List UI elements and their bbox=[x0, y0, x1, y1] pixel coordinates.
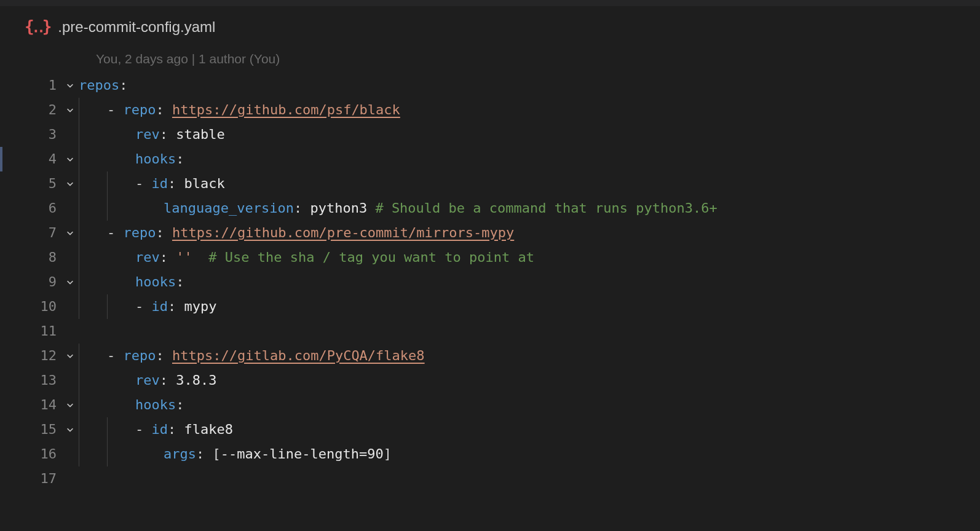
fold-toggle[interactable] bbox=[61, 106, 79, 114]
fold-toggle[interactable] bbox=[61, 229, 79, 237]
code-line[interactable]: 1repos: bbox=[0, 73, 980, 98]
code-line[interactable]: 15- id: flake8 bbox=[0, 417, 980, 442]
code-line[interactable]: 10- id: mypy bbox=[0, 294, 980, 319]
token-colon: : bbox=[176, 147, 184, 171]
url-link[interactable]: https://github.com/pre-commit/mirrors-my… bbox=[172, 221, 514, 245]
token-colon: : bbox=[196, 442, 213, 466]
line-number: 12 bbox=[0, 344, 61, 368]
code-content[interactable]: - repo: https://gitlab.com/PyCQA/flake8 bbox=[107, 344, 425, 368]
line-number: 15 bbox=[0, 417, 61, 442]
line-number: 4 bbox=[0, 147, 61, 171]
indent-guides bbox=[79, 171, 135, 196]
fold-toggle[interactable] bbox=[61, 278, 79, 286]
indent-guides bbox=[79, 442, 164, 466]
code-content[interactable]: repos: bbox=[79, 73, 127, 98]
code-content[interactable]: - repo: https://github.com/psf/black bbox=[107, 98, 400, 122]
code-line[interactable]: 8rev: '' # Use the sha / tag you want to… bbox=[0, 245, 980, 270]
token-dash: - bbox=[107, 344, 124, 368]
line-number: 8 bbox=[0, 245, 61, 270]
token-key: id bbox=[152, 294, 168, 319]
fold-toggle[interactable] bbox=[61, 179, 79, 188]
token-key: hooks bbox=[135, 147, 176, 171]
code-line[interactable]: 2- repo: https://github.com/psf/black bbox=[0, 98, 980, 122]
code-line[interactable]: 12- repo: https://gitlab.com/PyCQA/flake… bbox=[0, 344, 980, 368]
code-line[interactable]: 14hooks: bbox=[0, 393, 980, 417]
token-num: 3.8.3 bbox=[176, 368, 216, 393]
token-colon: : bbox=[160, 245, 176, 270]
token-colon: : bbox=[294, 196, 310, 221]
code-content[interactable]: - repo: https://github.com/pre-commit/mi… bbox=[107, 221, 514, 245]
indent-guides bbox=[79, 417, 135, 442]
code-line[interactable]: 6language_version: python3 # Should be a… bbox=[0, 196, 980, 221]
token-key: rev bbox=[135, 245, 160, 270]
fold-toggle[interactable] bbox=[61, 352, 79, 360]
indent-guides bbox=[79, 98, 107, 122]
indent-guides bbox=[79, 294, 135, 319]
git-blame-annotation: You, 2 days ago | 1 author (You) bbox=[0, 47, 980, 73]
token-num: --max-line-length=90 bbox=[221, 442, 384, 466]
line-number: 5 bbox=[0, 171, 61, 196]
token-key: repos bbox=[79, 73, 119, 98]
token-dash: - bbox=[135, 294, 152, 319]
tab-bar bbox=[0, 0, 980, 6]
code-content[interactable]: rev: 3.8.3 bbox=[135, 368, 216, 393]
code-content[interactable]: hooks: bbox=[135, 393, 184, 417]
code-line[interactable]: 17 bbox=[0, 466, 980, 491]
token-colon: : bbox=[176, 393, 184, 417]
indent-guides bbox=[79, 122, 135, 147]
code-content[interactable]: - id: mypy bbox=[135, 294, 216, 319]
line-number: 6 bbox=[0, 196, 61, 221]
code-line[interactable]: 13rev: 3.8.3 bbox=[0, 368, 980, 393]
code-line[interactable]: 9hooks: bbox=[0, 270, 980, 294]
indent-guides bbox=[79, 147, 135, 171]
code-line[interactable]: 5- id: black bbox=[0, 171, 980, 196]
line-number: 7 bbox=[0, 221, 61, 245]
change-marker bbox=[0, 147, 2, 171]
code-content[interactable]: rev: '' # Use the sha / tag you want to … bbox=[135, 245, 534, 270]
token-colon: : bbox=[168, 294, 184, 319]
indent-guides bbox=[79, 196, 164, 221]
line-number: 17 bbox=[0, 466, 61, 491]
token-key: repo bbox=[124, 221, 156, 245]
url-link[interactable]: https://github.com/psf/black bbox=[172, 98, 400, 122]
token-colon: : bbox=[156, 221, 172, 245]
token-dash: - bbox=[135, 171, 152, 196]
token-colon: : bbox=[168, 171, 184, 196]
token-colon: : bbox=[119, 73, 127, 98]
code-content[interactable]: hooks: bbox=[135, 270, 184, 294]
yaml-file-icon: {‥} bbox=[25, 12, 50, 41]
editor-header: {‥} .pre-commit-config.yaml bbox=[0, 6, 980, 47]
line-number: 13 bbox=[0, 368, 61, 393]
indent-guides bbox=[79, 368, 135, 393]
fold-toggle[interactable] bbox=[61, 81, 79, 90]
token-colon: : bbox=[168, 417, 184, 442]
code-content[interactable]: hooks: bbox=[135, 147, 184, 171]
token-key: id bbox=[152, 171, 168, 196]
token-colon: : bbox=[160, 368, 176, 393]
line-number: 11 bbox=[0, 319, 61, 344]
fold-toggle[interactable] bbox=[61, 155, 79, 163]
line-number: 10 bbox=[0, 294, 61, 319]
code-line[interactable]: 7- repo: https://github.com/pre-commit/m… bbox=[0, 221, 980, 245]
token-num: black bbox=[184, 171, 225, 196]
fold-toggle[interactable] bbox=[61, 401, 79, 409]
code-line[interactable]: 16args: [--max-line-length=90] bbox=[0, 442, 980, 466]
code-content[interactable]: rev: stable bbox=[135, 122, 225, 147]
url-link[interactable]: https://gitlab.com/PyCQA/flake8 bbox=[172, 344, 425, 368]
line-number: 9 bbox=[0, 270, 61, 294]
code-line[interactable]: 4hooks: bbox=[0, 147, 980, 171]
code-content[interactable]: - id: black bbox=[135, 171, 225, 196]
token-num: python3 bbox=[310, 196, 367, 221]
token-dash: - bbox=[135, 417, 152, 442]
code-content[interactable]: language_version: python3 # Should be a … bbox=[164, 196, 717, 221]
code-line[interactable]: 3rev: stable bbox=[0, 122, 980, 147]
code-content[interactable]: args: [--max-line-length=90] bbox=[164, 442, 392, 466]
token-num: stable bbox=[176, 122, 224, 147]
code-content[interactable]: - id: flake8 bbox=[135, 417, 233, 442]
fold-toggle[interactable] bbox=[61, 425, 79, 434]
line-number: 14 bbox=[0, 393, 61, 417]
token-dash: - bbox=[107, 98, 124, 122]
line-number: 3 bbox=[0, 122, 61, 147]
code-line[interactable]: 11 bbox=[0, 319, 980, 344]
code-editor[interactable]: 1repos:2- repo: https://github.com/psf/b… bbox=[0, 73, 980, 491]
